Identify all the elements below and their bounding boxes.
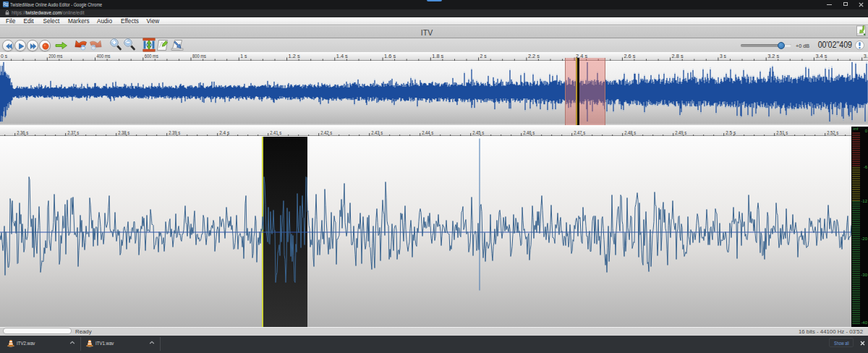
svg-text:2.48 s: 2.48 s (624, 130, 636, 135)
svg-text:2.43 s: 2.43 s (371, 130, 383, 135)
svg-text:1.2 s: 1.2 s (289, 54, 301, 59)
svg-text:3.2 s: 3.2 s (767, 54, 780, 59)
svg-text:2.45 s: 2.45 s (472, 130, 484, 135)
svg-text:600 ms: 600 ms (145, 54, 159, 59)
svg-text:3.6 s: 3.6 s (864, 54, 868, 59)
svg-text:2.2 s: 2.2 s (528, 54, 540, 59)
svg-text:2.36 s: 2.36 s (17, 130, 28, 135)
svg-text:2.39 s: 2.39 s (169, 130, 180, 135)
svg-text:2.47 s: 2.47 s (574, 130, 585, 135)
svg-text:200 ms: 200 ms (48, 54, 63, 59)
svg-text:0 s: 0 s (1, 54, 8, 59)
svg-text:3.4 s: 3.4 s (815, 54, 827, 59)
svg-text:1.6 s: 1.6 s (384, 54, 396, 59)
svg-text:2.4 s: 2.4 s (219, 130, 229, 135)
svg-text:2 s: 2 s (480, 54, 488, 59)
svg-text:2.5 s: 2.5 s (726, 130, 736, 135)
svg-text:2.8 s: 2.8 s (672, 54, 684, 59)
svg-text:2.46 s: 2.46 s (523, 130, 535, 135)
svg-text:800 ms: 800 ms (192, 54, 207, 59)
svg-text:1.4 s: 1.4 s (336, 54, 349, 59)
svg-text:2.38 s: 2.38 s (118, 130, 129, 135)
svg-text:1 s: 1 s (240, 54, 247, 59)
svg-text:1.8 s: 1.8 s (432, 54, 444, 59)
svg-text:400 ms: 400 ms (97, 54, 111, 59)
svg-text:2.42 s: 2.42 s (320, 130, 332, 135)
svg-text:2.44 s: 2.44 s (422, 130, 433, 135)
svg-text:2.6 s: 2.6 s (624, 54, 636, 59)
svg-text:2.52 s: 2.52 s (827, 130, 838, 135)
svg-text:2.49 s: 2.49 s (675, 130, 686, 135)
svg-text:2.37 s: 2.37 s (67, 130, 79, 135)
svg-text:2.51 s: 2.51 s (776, 130, 788, 135)
svg-text:2.41 s: 2.41 s (270, 130, 281, 135)
svg-text:3 s: 3 s (720, 54, 727, 59)
